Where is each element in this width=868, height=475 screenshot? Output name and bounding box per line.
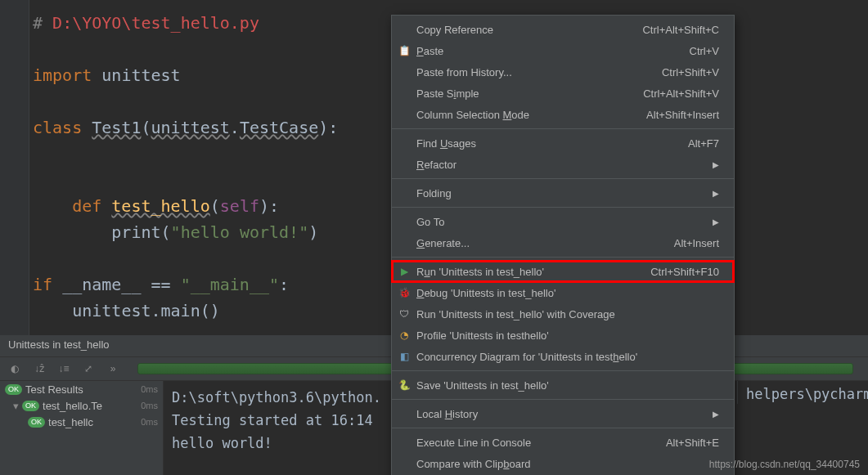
duration: 0ms: [141, 384, 158, 394]
shortcut: Alt+Insert: [674, 237, 719, 249]
tree-node-2-label: test_hellc: [48, 416, 93, 428]
label: Refactor: [416, 159, 456, 171]
kw-if: if: [33, 275, 62, 294]
debug-icon: 🐞: [398, 286, 411, 299]
more-icon[interactable]: »: [106, 362, 119, 375]
menu-concurrency-diagram[interactable]: ◧Concurrency Diagram for 'Unittests in t…: [392, 346, 734, 367]
watermark-text: https://blog.csdn.net/qq_34400745: [709, 459, 860, 470]
menu-run-unittests[interactable]: ▶Run 'Unittests in test_hello'Ctrl+Shift…: [392, 261, 734, 282]
sort-alpha-icon[interactable]: ↓ẑ: [33, 362, 46, 375]
dot: .: [230, 118, 240, 137]
shortcut: Alt+F7: [688, 137, 719, 150]
menu-execute-line[interactable]: Execute Line in ConsoleAlt+Shift+E: [392, 432, 734, 453]
base-class: TestCase: [240, 118, 318, 137]
test-tree[interactable]: OK Test Results 0ms ▾ OK test_hello.Te 0…: [0, 381, 164, 475]
paren: (: [141, 118, 151, 137]
code-comment-hash: #: [33, 13, 52, 33]
kw-self: self: [220, 196, 259, 216]
tree-root[interactable]: OK Test Results 0ms: [0, 381, 163, 397]
tree-node-1[interactable]: ▾ OK test_hello.Te 0ms: [0, 397, 163, 414]
menu-copy-reference[interactable]: Copy ReferenceCtrl+Alt+Shift+C: [392, 19, 734, 40]
run-icon: ▶: [398, 265, 411, 278]
menu-local-history[interactable]: Local History▶: [392, 403, 734, 424]
menu-folding[interactable]: Folding▶: [392, 182, 734, 204]
class-name: Test1: [92, 118, 141, 137]
menu-paste[interactable]: 📋PasteCtrl+V: [392, 40, 734, 61]
console-right-fragment: helpers\pycharm\u: [737, 381, 868, 404]
label: Debug 'Unittests in test_hello': [416, 287, 555, 299]
submenu-arrow-icon: ▶: [713, 189, 719, 198]
concurrency-icon: ◧: [398, 350, 411, 363]
label: Column Selection Mode: [416, 109, 529, 121]
menu-generate[interactable]: Generate...Alt+Insert: [392, 232, 734, 253]
menu-paste-simple[interactable]: Paste SimpleCtrl+Alt+Shift+V: [392, 83, 734, 104]
paren: (: [210, 196, 220, 216]
kw-import: import: [33, 65, 101, 85]
label: Copy Reference: [416, 24, 493, 36]
colon: ):: [318, 118, 338, 137]
label: Go To: [416, 216, 444, 228]
shortcut: Ctrl+V: [690, 45, 719, 57]
menu-column-selection[interactable]: Column Selection ModeAlt+Shift+Insert: [392, 104, 734, 125]
op-eq: ==: [141, 275, 180, 294]
shortcut: Ctrl+Shift+V: [662, 66, 719, 78]
func-name: test_hello: [111, 196, 209, 216]
menu-compare-clipboard[interactable]: Compare with Clipboard: [392, 453, 734, 474]
menu-goto[interactable]: Go To▶: [392, 211, 734, 232]
expand-icon[interactable]: ⤢: [82, 362, 95, 375]
tree-node-2[interactable]: OK test_hellc 0ms: [0, 414, 163, 430]
menu-run-coverage[interactable]: 🛡Run 'Unittests in test_hello' with Cove…: [392, 303, 734, 325]
shortcut: Alt+Shift+Insert: [646, 109, 719, 121]
ok-icon: OK: [22, 401, 39, 411]
label: Save 'Unittests in test_hello': [416, 379, 549, 392]
sort-duration-icon[interactable]: ↓≡: [57, 362, 70, 375]
label: Paste from History...: [416, 66, 512, 78]
colon: :: [279, 275, 289, 294]
label: Find Usages: [416, 137, 476, 150]
coverage-icon: 🛡: [398, 307, 411, 320]
ok-icon: OK: [28, 417, 45, 428]
call-main: unittest.main(): [72, 301, 220, 320]
chevron-down-icon: ▾: [13, 400, 19, 412]
shortcut: Ctrl+Alt+Shift+V: [643, 87, 719, 100]
duration: 0ms: [141, 417, 158, 427]
paren-colon: ):: [259, 196, 279, 216]
label: Profile 'Unittests in testhello': [416, 329, 549, 342]
label: Generate...: [416, 237, 470, 249]
call-print: print: [111, 222, 160, 242]
paren: ): [308, 222, 318, 242]
menu-separator: [392, 428, 734, 428]
kw-class: class: [33, 118, 92, 137]
menu-separator: [392, 399, 734, 400]
python-icon: 🐍: [398, 379, 411, 392]
label: Run 'Unittests in test_hello': [416, 266, 544, 278]
paren: (: [161, 222, 171, 242]
menu-profile[interactable]: ◔Profile 'Unittests in testhello': [392, 325, 734, 346]
menu-separator: [392, 370, 734, 371]
indent: [33, 222, 111, 242]
editor-context-menu: Copy ReferenceCtrl+Alt+Shift+C 📋PasteCtr…: [391, 15, 735, 475]
menu-refactor[interactable]: Refactor▶: [392, 154, 734, 175]
base-mod: unittest: [151, 118, 230, 137]
duration: 0ms: [141, 401, 158, 410]
menu-find-usages[interactable]: Find UsagesAlt+F7: [392, 132, 734, 154]
label: Run 'Unittests in test_hello' with Cover…: [416, 308, 615, 320]
history-icon[interactable]: ◐: [8, 362, 21, 375]
string-main: "__main__": [181, 275, 279, 294]
menu-save-config[interactable]: 🐍Save 'Unittests in test_hello': [392, 374, 734, 396]
run-tab-label[interactable]: Unittests in test_hello: [0, 335, 118, 356]
shortcut: Alt+Shift+E: [666, 437, 719, 449]
shortcut: Ctrl+Shift+F10: [650, 266, 719, 278]
menu-paste-history[interactable]: Paste from History...Ctrl+Shift+V: [392, 61, 734, 83]
kw-def: def: [33, 196, 111, 216]
menu-separator: [392, 178, 734, 179]
indent: [33, 301, 72, 320]
menu-debug-unittests[interactable]: 🐞Debug 'Unittests in test_hello': [392, 282, 734, 303]
menu-separator: [392, 207, 734, 208]
paste-icon: 📋: [398, 44, 411, 57]
profile-icon: ◔: [398, 329, 411, 342]
label: Concurrency Diagram for 'Unittests in te…: [416, 351, 637, 363]
menu-separator: [392, 128, 734, 129]
menu-separator: [392, 257, 734, 258]
label: Execute Line in Console: [416, 437, 531, 449]
